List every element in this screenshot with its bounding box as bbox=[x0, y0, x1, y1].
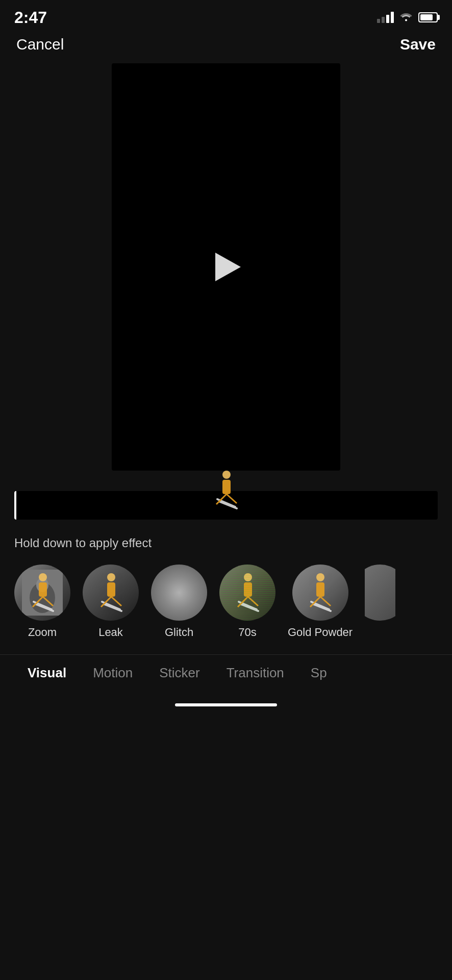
effect-partial-thumbnail bbox=[365, 565, 395, 621]
effect-partial[interactable] bbox=[365, 565, 395, 639]
effects-row: Zoom Leak Glitch bbox=[0, 550, 452, 649]
